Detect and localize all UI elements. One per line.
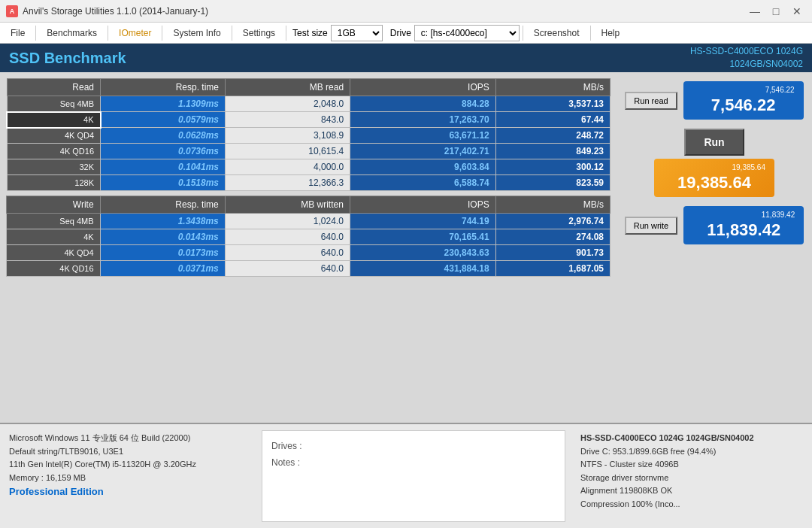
write-row-label: 4K bbox=[7, 229, 101, 245]
read-table-row: 4K QD16 0.0736ms 10,615.4 217,402.71 849… bbox=[7, 144, 611, 159]
menu-screenshot[interactable]: Screenshot bbox=[526, 25, 587, 41]
benchmark-header: SSD Benchmark HS-SSD-C4000ECO 1024G 1024… bbox=[0, 44, 812, 72]
read-row-label: 4K QD16 bbox=[7, 144, 101, 159]
total-score-box: 19,385.64 19,385.64 bbox=[654, 159, 774, 197]
read-resp-time: 0.1518ms bbox=[101, 175, 226, 191]
read-mbs-val: 823.59 bbox=[495, 175, 610, 191]
write-iops-val: 431,884.18 bbox=[350, 261, 495, 277]
run-write-button[interactable]: Run write bbox=[625, 217, 677, 235]
menu-settings[interactable]: Settings bbox=[235, 25, 283, 41]
status-right: HS-SSD-C4000ECO 1024G 1024GB/SN04002 Dri… bbox=[571, 424, 812, 528]
read-score-top: 7,546.22 bbox=[692, 86, 795, 94]
read-row-label: 32K bbox=[7, 159, 101, 175]
menu-benchmarks[interactable]: Benchmarks bbox=[39, 25, 105, 41]
close-button[interactable]: ✕ bbox=[788, 3, 806, 20]
sys-info-line1: Microsoft Windows 11 专业版 64 位 Build (220… bbox=[9, 432, 247, 445]
app-title: Anvil's Storage Utilities 1.1.0 (2014-Ja… bbox=[23, 6, 746, 17]
drive-info-line: NTFS - Cluster size 4096B bbox=[580, 458, 803, 472]
menu-separator-4 bbox=[232, 26, 232, 41]
write-iops-val: 230,843.63 bbox=[350, 245, 495, 261]
read-tbody: Seq 4MB 1.1309ms 2,048.0 884.28 3,537.13… bbox=[7, 96, 611, 191]
read-resp-time: 1.1309ms bbox=[101, 96, 226, 112]
read-mb-val: 12,366.3 bbox=[226, 175, 350, 191]
benchmark-title: SSD Benchmark bbox=[9, 50, 126, 67]
read-header-label: Read bbox=[7, 79, 101, 96]
read-mb-val: 10,615.4 bbox=[226, 144, 350, 159]
read-mbs-val: 248.72 bbox=[495, 128, 610, 144]
drives-label: Drives : bbox=[271, 438, 556, 455]
write-resp-time: 0.0173ms bbox=[100, 245, 225, 261]
app-icon: A bbox=[6, 5, 18, 17]
write-resp-time: 0.0371ms bbox=[100, 261, 225, 277]
write-score-top: 11,839.42 bbox=[692, 211, 795, 219]
write-tbody: Seq 4MB 1.3438ms 1,024.0 744.19 2,976.74… bbox=[7, 214, 611, 277]
read-row-label: 4K QD4 bbox=[7, 128, 101, 144]
write-mb-val: 640.0 bbox=[225, 261, 350, 277]
write-header-mbs: MB/s bbox=[495, 196, 610, 214]
read-iops-val: 63,671.12 bbox=[350, 128, 496, 144]
drive-info: HS-SSD-C4000ECO 1024G 1024GB/SN04002 bbox=[690, 45, 803, 71]
write-mbs-val: 901.73 bbox=[495, 245, 610, 261]
write-mbs-val: 2,976.74 bbox=[495, 214, 610, 229]
drive-group: Drive c: [hs-c4000eco] bbox=[390, 25, 520, 41]
menu-help[interactable]: Help bbox=[594, 25, 628, 41]
menu-separator-7 bbox=[590, 26, 591, 41]
menu-separator-1 bbox=[35, 26, 36, 41]
write-header-label: Write bbox=[7, 196, 101, 214]
sys-info-line2: Default string/TLTB9016, U3E1 bbox=[9, 445, 247, 459]
menu-separator-5 bbox=[286, 26, 286, 41]
menu-file[interactable]: File bbox=[3, 25, 32, 41]
menu-bar: File Benchmarks IOmeter System Info Sett… bbox=[0, 23, 812, 44]
write-header-resp: Resp. time bbox=[100, 196, 225, 214]
drive-info-title: HS-SSD-C4000ECO 1024G 1024GB/SN04002 bbox=[580, 432, 803, 445]
read-table-row: Seq 4MB 1.1309ms 2,048.0 884.28 3,537.13 bbox=[7, 96, 611, 112]
menu-sysinfo[interactable]: System Info bbox=[165, 25, 228, 41]
status-middle: Drives : Notes : bbox=[262, 430, 565, 522]
write-resp-time: 0.0143ms bbox=[100, 229, 225, 245]
read-table-row: 32K 0.1041ms 4,000.0 9,603.84 300.12 bbox=[7, 159, 611, 175]
drive-select[interactable]: c: [hs-c4000eco] bbox=[414, 25, 520, 41]
read-mbs-val: 3,537.13 bbox=[495, 96, 610, 112]
write-table-row: Seq 4MB 1.3438ms 1,024.0 744.19 2,976.74 bbox=[7, 214, 611, 229]
run-read-button[interactable]: Run read bbox=[625, 92, 677, 110]
write-row-label: 4K QD16 bbox=[7, 261, 101, 277]
minimize-button[interactable]: — bbox=[746, 3, 764, 20]
read-iops-val: 6,588.74 bbox=[350, 175, 496, 191]
read-resp-time: 0.0736ms bbox=[101, 144, 226, 159]
read-header-iops: IOPS bbox=[350, 79, 496, 96]
write-resp-time: 1.3438ms bbox=[100, 214, 225, 229]
read-header-mbs: MB/s bbox=[495, 79, 610, 96]
menu-separator-2 bbox=[108, 26, 108, 41]
read-resp-time: 0.1041ms bbox=[101, 159, 226, 175]
read-mb-val: 843.0 bbox=[226, 112, 350, 128]
read-resp-time: 0.0579ms bbox=[101, 112, 226, 128]
read-header-resp: Resp. time bbox=[101, 79, 226, 96]
write-mbs-val: 274.08 bbox=[495, 229, 610, 245]
read-score-main: 7,546.22 bbox=[692, 96, 795, 115]
title-bar: A Anvil's Storage Utilities 1.1.0 (2014-… bbox=[0, 0, 812, 23]
test-size-select[interactable]: 1GB 512MB 2GB 4GB bbox=[331, 25, 383, 41]
drive-label: Drive bbox=[390, 28, 411, 38]
menu-iometer[interactable]: IOmeter bbox=[111, 25, 159, 41]
read-score-box: 7,546.22 7,546.22 bbox=[683, 81, 804, 120]
main-content: Read Resp. time MB read IOPS MB/s Seq 4M… bbox=[0, 72, 812, 423]
write-table-row: 4K QD16 0.0371ms 640.0 431,884.18 1,687.… bbox=[7, 261, 611, 277]
read-table-row: 128K 0.1518ms 12,366.3 6,588.74 823.59 bbox=[7, 175, 611, 191]
read-mb-val: 4,000.0 bbox=[226, 159, 350, 175]
write-iops-val: 70,165.41 bbox=[350, 229, 495, 245]
maximize-button[interactable]: □ bbox=[767, 3, 785, 20]
read-row-label: 128K bbox=[7, 175, 101, 191]
total-score-main: 19,385.64 bbox=[663, 173, 765, 193]
write-header-mb: MB written bbox=[225, 196, 350, 214]
run-button[interactable]: Run bbox=[684, 129, 744, 156]
drive-info-line: Alignment 119808KB OK bbox=[580, 484, 803, 498]
read-mbs-val: 849.23 bbox=[495, 144, 610, 159]
drive-info-lines: Drive C: 953.1/899.6GB free (94.4%)NTFS … bbox=[580, 445, 803, 511]
read-iops-val: 17,263.70 bbox=[350, 112, 496, 128]
read-table-row: 4K 0.0579ms 843.0 17,263.70 67.44 bbox=[7, 112, 611, 128]
test-size-label: Test size bbox=[292, 28, 328, 38]
read-iops-val: 9,603.84 bbox=[350, 159, 496, 175]
write-row-label: Seq 4MB bbox=[7, 214, 101, 229]
read-table: Read Resp. time MB read IOPS MB/s Seq 4M… bbox=[6, 78, 611, 191]
menu-separator-6 bbox=[523, 26, 523, 41]
